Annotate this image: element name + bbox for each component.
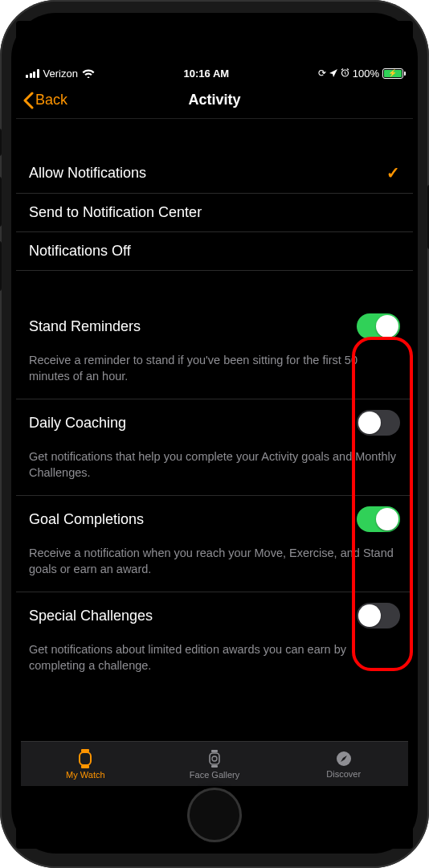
cellular-signal-icon — [26, 69, 39, 78]
tab-discover[interactable]: Discover — [279, 742, 408, 786]
tab-label: Face Gallery — [190, 770, 239, 780]
page-title: Activity — [188, 92, 240, 108]
tab-bar: My Watch Face Gallery — [21, 741, 408, 786]
svg-rect-3 — [80, 752, 91, 765]
clock-label: 10:16 AM — [184, 68, 230, 80]
home-button[interactable] — [187, 788, 242, 842]
row-goal-completions: Goal Completions — [16, 496, 413, 542]
navigation-bar: Back Activity — [16, 82, 413, 119]
checkmark-icon: ✓ — [386, 163, 400, 182]
tab-face-gallery[interactable]: Face Gallery — [150, 742, 280, 786]
location-arrow-icon — [329, 68, 337, 80]
compass-icon — [335, 750, 353, 768]
svg-rect-4 — [211, 750, 218, 752]
chevron-left-icon — [22, 92, 34, 109]
option-notifications-off[interactable]: Notifications Off — [16, 232, 413, 271]
battery-percent: 100% — [353, 68, 379, 80]
status-bar: Verizon 10:16 AM ⟳ 10 — [16, 64, 413, 82]
rotation-lock-icon: ⟳ — [318, 68, 326, 79]
svg-point-7 — [212, 756, 217, 761]
setting-title: Special Challenges — [29, 608, 153, 624]
mute-switch[interactable] — [0, 129, 2, 156]
watch-icon — [77, 749, 93, 768]
row-special-challenges: Special Challenges — [16, 592, 413, 639]
tab-my-watch[interactable]: My Watch — [21, 742, 150, 786]
back-button[interactable]: Back — [22, 92, 67, 109]
back-label: Back — [35, 92, 67, 108]
setting-title: Stand Reminders — [29, 318, 141, 335]
carrier-label: Verizon — [43, 68, 78, 80]
phone-frame: Verizon 10:16 AM ⟳ 10 — [0, 0, 429, 868]
setting-description: Get notifications about limited edition … — [16, 639, 413, 688]
setting-description: Get notifications that help you complete… — [16, 446, 413, 496]
setting-title: Goal Completions — [29, 511, 144, 528]
toggle-goal-completions[interactable] — [357, 506, 400, 532]
svg-rect-5 — [211, 765, 218, 768]
tab-label: Discover — [326, 769, 361, 779]
volume-down-button[interactable] — [0, 241, 2, 291]
option-label: Send to Notification Center — [29, 204, 202, 221]
option-send-to-notification-center[interactable]: Send to Notification Center — [16, 194, 413, 232]
toggle-special-challenges[interactable] — [357, 603, 400, 628]
row-stand-reminders: Stand Reminders — [16, 303, 413, 350]
svg-rect-6 — [210, 753, 219, 764]
content-area: Allow Notifications ✓ Send to Notificati… — [16, 119, 413, 849]
toggle-daily-coaching[interactable] — [357, 410, 400, 436]
option-label: Allow Notifications — [29, 165, 146, 182]
screen: Verizon 10:16 AM ⟳ 10 — [16, 21, 413, 849]
tab-label: My Watch — [66, 770, 105, 780]
toggle-stand-reminders[interactable] — [357, 313, 400, 339]
setting-description: Receive a reminder to stand if you've be… — [16, 350, 413, 399]
option-label: Notifications Off — [29, 243, 131, 260]
face-gallery-icon — [206, 749, 223, 768]
option-allow-notifications[interactable]: Allow Notifications ✓ — [16, 153, 413, 194]
notification-mode-group: Allow Notifications ✓ Send to Notificati… — [16, 153, 413, 271]
battery-icon: ⚡ — [382, 68, 403, 79]
setting-title: Daily Coaching — [29, 415, 126, 432]
alarm-icon — [341, 68, 349, 80]
wifi-icon — [82, 68, 95, 78]
volume-up-button[interactable] — [0, 177, 2, 227]
row-daily-coaching: Daily Coaching — [16, 399, 413, 446]
setting-description: Receive a notification when you reach yo… — [16, 542, 413, 592]
